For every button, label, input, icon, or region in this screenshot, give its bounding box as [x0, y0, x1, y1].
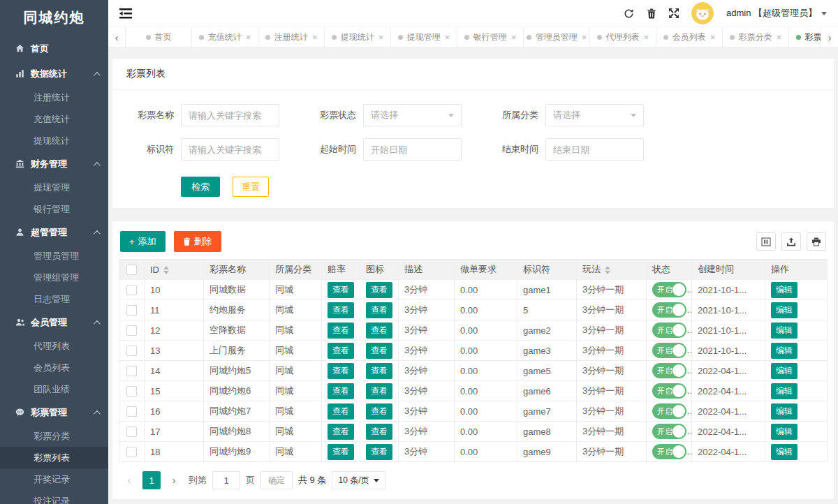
view-icon-button[interactable]: 查看: [366, 343, 392, 359]
view-odds-button[interactable]: 查看: [328, 323, 354, 339]
status-toggle[interactable]: 开启: [652, 343, 686, 358]
status-toggle[interactable]: 开启: [652, 363, 686, 378]
tabs-scroll-left-icon[interactable]: ‹: [108, 27, 126, 47]
edit-button[interactable]: 编辑: [771, 323, 797, 339]
sidebar-subitem[interactable]: 银行管理: [0, 198, 108, 220]
goto-confirm-button[interactable]: 确定: [260, 471, 293, 489]
edit-button[interactable]: 编辑: [771, 444, 797, 460]
sort-icon[interactable]: [605, 266, 610, 274]
filter-columns-icon[interactable]: [756, 232, 776, 251]
identifier-input[interactable]: [181, 138, 279, 161]
row-checkbox[interactable]: [126, 325, 137, 336]
lottery-category-select[interactable]: 请选择: [545, 104, 644, 126]
tab-6[interactable]: 管理员管理×: [524, 27, 590, 47]
row-checkbox[interactable]: [126, 285, 137, 295]
tab-9[interactable]: 彩票分类×: [723, 27, 789, 47]
tab-5[interactable]: 银行管理×: [457, 27, 524, 47]
view-odds-button[interactable]: 查看: [328, 424, 354, 440]
status-toggle[interactable]: 开启: [652, 383, 686, 399]
close-icon[interactable]: ×: [582, 33, 587, 42]
status-toggle[interactable]: 开启: [652, 282, 686, 297]
tab-7[interactable]: 代理列表×: [590, 27, 656, 47]
sidebar-subitem[interactable]: 注册统计: [0, 87, 108, 108]
view-odds-button[interactable]: 查看: [328, 383, 354, 399]
add-button[interactable]: + 添加: [120, 231, 166, 252]
close-icon[interactable]: ×: [246, 33, 251, 42]
select-all-checkbox[interactable]: [126, 265, 137, 275]
sidebar-subitem[interactable]: 提现统计: [0, 130, 108, 151]
sidebar-subitem[interactable]: 团队业绩: [0, 378, 108, 400]
view-icon-button[interactable]: 查看: [366, 383, 392, 399]
tab-3[interactable]: 提现统计×: [325, 27, 391, 47]
view-icon-button[interactable]: 查看: [366, 424, 392, 440]
view-odds-button[interactable]: 查看: [328, 444, 354, 460]
edit-button[interactable]: 编辑: [771, 282, 797, 298]
page-size-select[interactable]: 10 条/页: [332, 471, 385, 489]
row-checkbox[interactable]: [126, 447, 137, 457]
collapse-sidebar-icon[interactable]: [119, 8, 132, 19]
sort-icon[interactable]: [163, 266, 169, 274]
sidebar-item-3[interactable]: 超管管理: [0, 220, 108, 245]
reset-button[interactable]: 重置: [233, 177, 269, 197]
fullscreen-icon[interactable]: [669, 8, 679, 18]
sidebar-item-0[interactable]: 首页: [0, 36, 108, 61]
status-toggle[interactable]: 开启: [652, 403, 686, 419]
edit-button[interactable]: 编辑: [771, 403, 797, 420]
view-icon-button[interactable]: 查看: [366, 323, 392, 339]
user-menu[interactable]: admin 【超级管理员】: [726, 7, 827, 20]
close-icon[interactable]: ×: [312, 33, 318, 42]
sidebar-subitem[interactable]: 提现管理: [0, 177, 108, 198]
edit-button[interactable]: 编辑: [771, 383, 797, 399]
view-icon-button[interactable]: 查看: [366, 363, 392, 379]
tab-4[interactable]: 提现管理×: [391, 27, 457, 47]
close-icon[interactable]: ×: [511, 33, 517, 42]
tab-2[interactable]: 注册统计×: [258, 27, 325, 47]
sidebar-item-5[interactable]: 彩票管理: [0, 400, 108, 425]
status-toggle[interactable]: 开启: [652, 444, 686, 459]
avatar[interactable]: [691, 2, 714, 24]
view-odds-button[interactable]: 查看: [328, 363, 354, 379]
goto-page-input[interactable]: [212, 471, 240, 489]
view-odds-button[interactable]: 查看: [328, 343, 354, 359]
export-icon[interactable]: [781, 232, 801, 251]
sidebar-subitem[interactable]: 管理组管理: [0, 267, 108, 288]
close-icon[interactable]: ×: [710, 33, 716, 42]
tab-0[interactable]: 首页: [126, 27, 192, 47]
view-odds-button[interactable]: 查看: [328, 282, 354, 298]
sidebar-subitem[interactable]: 日志管理: [0, 288, 108, 310]
sidebar-item-4[interactable]: 会员管理: [0, 310, 108, 335]
sidebar-item-1[interactable]: 数据统计: [0, 61, 108, 87]
edit-button[interactable]: 编辑: [771, 363, 797, 379]
row-checkbox[interactable]: [126, 386, 137, 396]
status-toggle[interactable]: 开启: [652, 424, 686, 439]
status-toggle[interactable]: 开启: [652, 323, 686, 338]
next-page-icon[interactable]: ›: [165, 471, 183, 489]
close-icon[interactable]: ×: [378, 33, 384, 42]
sidebar-subitem[interactable]: 彩票分类: [0, 425, 108, 447]
status-toggle[interactable]: 开启: [652, 302, 686, 318]
sidebar-subitem[interactable]: 充值统计: [0, 108, 108, 130]
view-icon-button[interactable]: 查看: [366, 444, 392, 460]
sidebar-subitem[interactable]: 代理列表: [0, 335, 108, 357]
sidebar-item-2[interactable]: 财务管理: [0, 151, 108, 177]
row-checkbox[interactable]: [126, 406, 137, 417]
close-icon[interactable]: ×: [777, 33, 782, 42]
prev-page-icon[interactable]: ‹: [120, 471, 138, 489]
row-checkbox[interactable]: [126, 366, 137, 376]
sidebar-subitem[interactable]: 彩票列表: [0, 447, 108, 468]
sidebar-subitem[interactable]: 管理员管理: [0, 245, 108, 267]
delete-button[interactable]: 删除: [174, 231, 221, 252]
lottery-status-select[interactable]: 请选择: [363, 104, 462, 126]
print-icon[interactable]: [807, 232, 826, 251]
end-time-input[interactable]: [545, 138, 644, 161]
tabs-scroll-right-icon[interactable]: ›: [821, 27, 838, 47]
start-time-input[interactable]: [363, 138, 462, 161]
close-icon[interactable]: ×: [644, 33, 649, 42]
view-icon-button[interactable]: 查看: [366, 403, 392, 420]
edit-button[interactable]: 编辑: [771, 424, 797, 440]
row-checkbox[interactable]: [126, 346, 137, 356]
clear-cache-icon[interactable]: [647, 8, 656, 19]
tab-10[interactable]: 彩票列表×: [789, 27, 821, 47]
lottery-name-input[interactable]: [181, 104, 279, 126]
view-icon-button[interactable]: 查看: [366, 282, 392, 298]
